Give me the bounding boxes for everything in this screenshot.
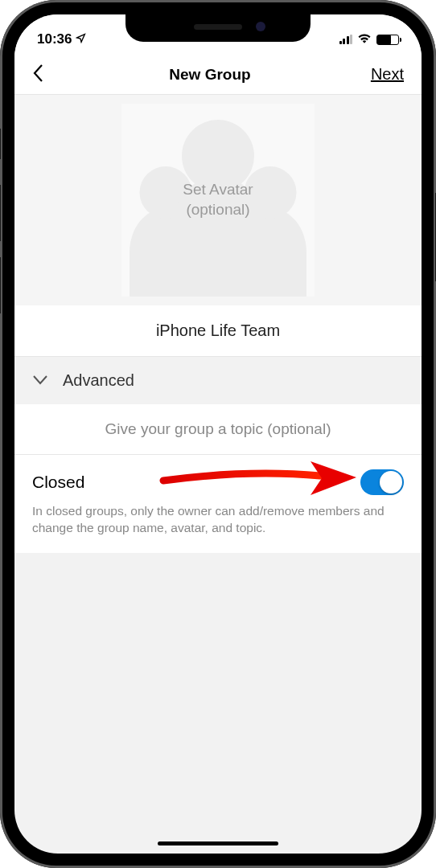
chevron-down-icon bbox=[32, 371, 48, 390]
nav-header: New Group Next bbox=[14, 55, 422, 95]
volume-down-button bbox=[0, 257, 1, 313]
advanced-toggle-row[interactable]: Advanced bbox=[14, 357, 422, 404]
back-button[interactable] bbox=[32, 63, 64, 86]
silence-switch bbox=[0, 129, 1, 159]
screen: 10:36 New Group N bbox=[14, 14, 422, 854]
next-button[interactable]: Next bbox=[356, 65, 404, 84]
avatar-picker[interactable]: Set Avatar (optional) bbox=[14, 95, 422, 305]
advanced-label: Advanced bbox=[63, 371, 134, 390]
phone-frame: 10:36 New Group N bbox=[0, 0, 436, 868]
topic-input[interactable]: Give your group a topic (optional) bbox=[14, 404, 422, 455]
closed-section: Closed In closed groups, only the owner … bbox=[14, 455, 422, 553]
volume-up-button bbox=[0, 185, 1, 241]
battery-icon bbox=[376, 35, 399, 45]
status-time: 10:36 bbox=[37, 31, 72, 47]
phone-notch bbox=[125, 14, 311, 42]
home-indicator[interactable] bbox=[158, 841, 278, 845]
avatar-placeholder: Set Avatar (optional) bbox=[121, 104, 315, 297]
closed-label: Closed bbox=[32, 473, 84, 492]
closed-description: In closed groups, only the owner can add… bbox=[32, 503, 404, 537]
avatar-text: Set Avatar (optional) bbox=[183, 180, 253, 219]
signal-icon bbox=[339, 35, 353, 44]
page-title: New Group bbox=[64, 66, 356, 84]
status-right bbox=[339, 31, 400, 47]
closed-toggle[interactable] bbox=[360, 469, 404, 495]
location-icon bbox=[76, 31, 86, 47]
wifi-icon bbox=[357, 31, 372, 47]
avatar-line2: (optional) bbox=[183, 200, 253, 220]
avatar-line1: Set Avatar bbox=[183, 180, 253, 200]
group-name-input[interactable]: iPhone Life Team bbox=[14, 305, 422, 357]
toggle-knob bbox=[380, 471, 402, 493]
status-left: 10:36 bbox=[37, 31, 86, 47]
